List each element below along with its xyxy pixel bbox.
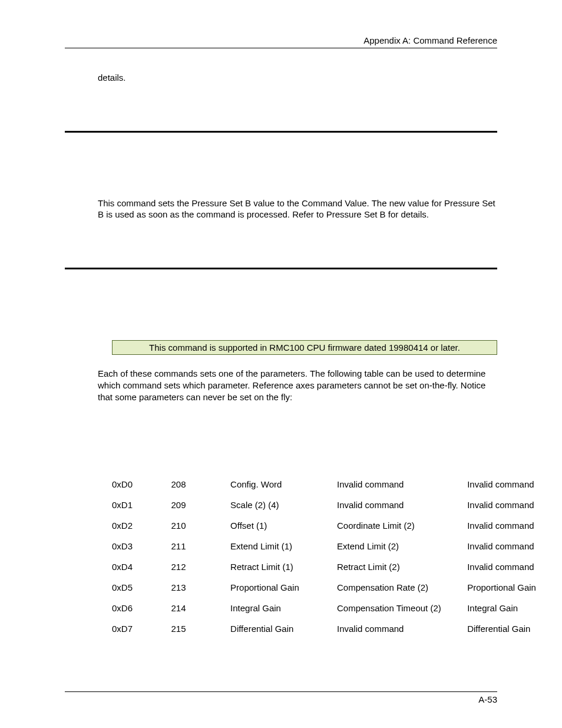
cell-ref1: Compensation Timeout (2): [337, 598, 467, 618]
cell-hex: 0xD2: [112, 515, 171, 536]
cell-param: Retract Limit (1): [230, 556, 337, 577]
table-row: 0xD4 212 Retract Limit (1) Retract Limit…: [112, 556, 556, 577]
table-row: 0xD2 210 Offset (1) Coordinate Limit (2)…: [112, 515, 556, 536]
cell-ref1: Retract Limit (2): [337, 556, 467, 577]
command-parameter-table: 0xD0 208 Config. Word Invalid command In…: [112, 474, 556, 639]
cell-dec: 211: [171, 536, 231, 556]
cell-hex: 0xD4: [112, 556, 171, 577]
cell-ref1: Invalid command: [337, 474, 467, 495]
cell-ref2: Invalid command: [467, 495, 556, 515]
cell-ref1: Compensation Rate (2): [337, 577, 467, 598]
table-row: 0xD1 209 Scale (2) (4) Invalid command I…: [112, 495, 556, 515]
cell-hex: 0xD5: [112, 577, 171, 598]
cell-hex: 0xD1: [112, 495, 171, 515]
cell-hex: 0xD7: [112, 618, 171, 639]
cell-ref1: Invalid command: [337, 495, 467, 515]
firmware-note-box: This command is supported in RMC100 CPU …: [112, 340, 497, 355]
page-footer: A-53: [65, 691, 497, 704]
cell-ref2: Proportional Gain: [467, 577, 556, 598]
cell-dec: 215: [171, 618, 231, 639]
cell-param: Scale (2) (4): [230, 495, 337, 515]
cell-ref2: Invalid command: [467, 536, 556, 556]
cell-dec: 212: [171, 556, 231, 577]
cell-dec: 209: [171, 495, 231, 515]
cell-hex: 0xD0: [112, 474, 171, 495]
cell-param: Extend Limit (1): [230, 536, 337, 556]
table-row: 0xD0 208 Config. Word Invalid command In…: [112, 474, 556, 495]
page-number: A-53: [478, 694, 497, 704]
cell-dec: 213: [171, 577, 231, 598]
parameter-intro-paragraph: Each of these commands sets one of the p…: [98, 368, 497, 404]
header-title: Appendix A: Command Reference: [363, 35, 497, 45]
cell-param: Offset (1): [230, 515, 337, 536]
cell-param: Differential Gain: [230, 618, 337, 639]
cell-ref2: Integral Gain: [467, 598, 556, 618]
page-header: Appendix A: Command Reference: [65, 35, 497, 48]
cell-param: Proportional Gain: [230, 577, 337, 598]
cell-hex: 0xD6: [112, 598, 171, 618]
table-row: 0xD7 215 Differential Gain Invalid comma…: [112, 618, 556, 639]
cell-hex: 0xD3: [112, 536, 171, 556]
trailing-details-word: details.: [98, 72, 497, 84]
cell-ref2: Invalid command: [467, 556, 556, 577]
cell-ref2: Differential Gain: [467, 618, 556, 639]
pressure-set-b-description: This command sets the Pressure Set B val…: [98, 197, 497, 220]
cell-ref1: Invalid command: [337, 618, 467, 639]
cell-ref1: Coordinate Limit (2): [337, 515, 467, 536]
cell-param: Config. Word: [230, 474, 337, 495]
cell-param: Integral Gain: [230, 598, 337, 618]
cell-ref1: Extend Limit (2): [337, 536, 467, 556]
cell-dec: 214: [171, 598, 231, 618]
table-row: 0xD5 213 Proportional Gain Compensation …: [112, 577, 556, 598]
cell-ref2: Invalid command: [467, 474, 556, 495]
cell-ref2: Invalid command: [467, 515, 556, 536]
cell-dec: 210: [171, 515, 231, 536]
table-row: 0xD6 214 Integral Gain Compensation Time…: [112, 598, 556, 618]
cell-dec: 208: [171, 474, 231, 495]
table-row: 0xD3 211 Extend Limit (1) Extend Limit (…: [112, 536, 556, 556]
firmware-note-text: This command is supported in RMC100 CPU …: [149, 342, 460, 353]
